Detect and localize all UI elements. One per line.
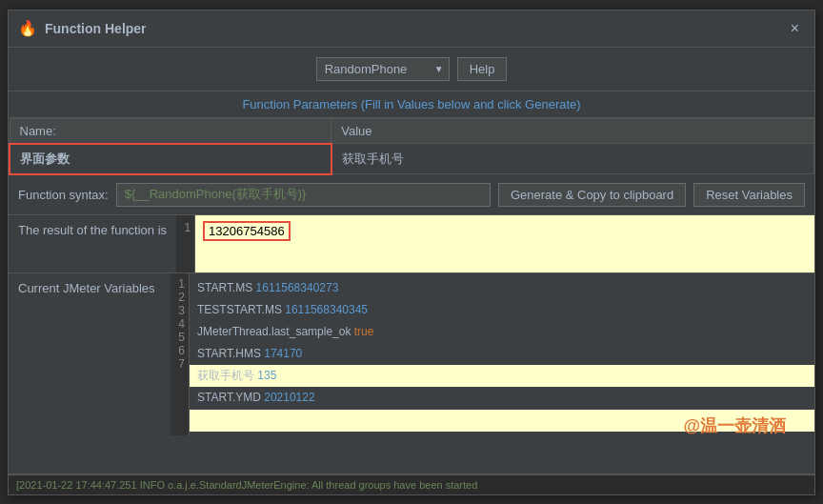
help-button[interactable]: Help: [457, 57, 508, 81]
generate-copy-button[interactable]: Generate & Copy to clipboard: [498, 183, 686, 207]
var-line-num: 4: [178, 317, 185, 331]
var-key: START.MS: [197, 281, 252, 294]
close-button[interactable]: ×: [785, 18, 805, 39]
var-key: TESTSTART.MS: [197, 303, 282, 316]
reset-variables-button[interactable]: Reset Variables: [693, 183, 805, 207]
col-value-header: Value: [331, 118, 814, 144]
params-table: Name: Value 界面参数 获取手机号: [9, 118, 814, 175]
var-key: START.YMD: [197, 391, 261, 404]
param-name-cell: 界面参数: [10, 144, 331, 174]
var-value: 174170: [264, 347, 302, 360]
function-helper-dialog: 🔥 Function Helper × RandomPhone Random R…: [8, 10, 815, 495]
result-line-numbers: 1: [176, 215, 195, 272]
title-bar-left: 🔥 Function Helper: [18, 19, 147, 37]
result-section: The result of the function is 1 13206754…: [9, 215, 814, 273]
result-value: 13206754586: [203, 221, 291, 241]
syntax-input[interactable]: [116, 183, 491, 207]
var-value: 20210122: [264, 391, 314, 404]
var-line-num: 5: [178, 331, 185, 344]
var-value: 135: [257, 369, 276, 382]
params-header: Function Parameters (Fill in Values belo…: [9, 91, 814, 118]
list-item: 获取手机号 135: [190, 365, 814, 387]
log-prefix: [2021-01-22 17:44:47.251 INFO o.a.j.e.St…: [16, 479, 477, 491]
flame-icon: 🔥: [18, 19, 37, 37]
result-value-area: 13206754586: [195, 215, 814, 272]
list-item: [190, 410, 814, 432]
var-key: JMeterThread.last_sample_ok: [197, 325, 351, 338]
function-select-wrapper: RandomPhone Random RandomString time thr…: [316, 57, 450, 81]
col-name-header: Name:: [10, 118, 331, 144]
var-line-num: 3: [178, 304, 185, 317]
result-line-num-1: 1: [184, 221, 191, 234]
function-select[interactable]: RandomPhone Random RandomString time thr…: [316, 57, 450, 81]
var-line-num: 1: [178, 277, 185, 291]
vars-content: 1 2 3 4 5 6 7 START.MS 1611568340273 TES…: [171, 273, 814, 435]
var-key: START.HMS: [197, 347, 261, 360]
result-label: The result of the function is: [9, 215, 176, 245]
list-item: TESTSTART.MS 1611568340345: [190, 299, 814, 321]
var-value: 1611568340273: [256, 281, 339, 294]
var-key: 获取手机号: [197, 369, 254, 382]
list-item: START.MS 1611568340273: [190, 277, 814, 299]
list-item: START.YMD 20210122: [190, 387, 814, 409]
title-bar: 🔥 Function Helper ×: [9, 10, 814, 48]
syntax-label: Function syntax:: [18, 188, 109, 202]
jmeter-vars-label: Current JMeter Variables: [9, 273, 171, 303]
var-line-num: 6: [178, 344, 185, 357]
param-value-cell: 获取手机号: [331, 144, 814, 174]
log-bar: [2021-01-22 17:44:47.251 INFO o.a.j.e.St…: [9, 474, 814, 494]
var-value: true: [354, 325, 374, 338]
vars-lines: START.MS 1611568340273 TESTSTART.MS 1611…: [190, 273, 814, 435]
dialog-title: Function Helper: [45, 21, 147, 36]
var-line-num: 7: [178, 357, 185, 371]
result-area: 1 13206754586: [176, 215, 814, 272]
jmeter-vars-section: Current JMeter Variables 1 2 3 4 5 6 7 S…: [9, 273, 814, 474]
var-line-num: 2: [178, 291, 185, 304]
list-item: JMeterThread.last_sample_ok true: [190, 321, 814, 343]
list-item: START.HMS 174170: [190, 343, 814, 365]
vars-line-numbers: 1 2 3 4 5 6 7: [171, 273, 190, 435]
table-row: 界面参数 获取手机号: [10, 144, 814, 174]
var-value: 1611568340345: [285, 303, 368, 316]
top-controls: RandomPhone Random RandomString time thr…: [9, 48, 814, 91]
function-syntax-row: Function syntax: Generate & Copy to clip…: [9, 175, 814, 215]
